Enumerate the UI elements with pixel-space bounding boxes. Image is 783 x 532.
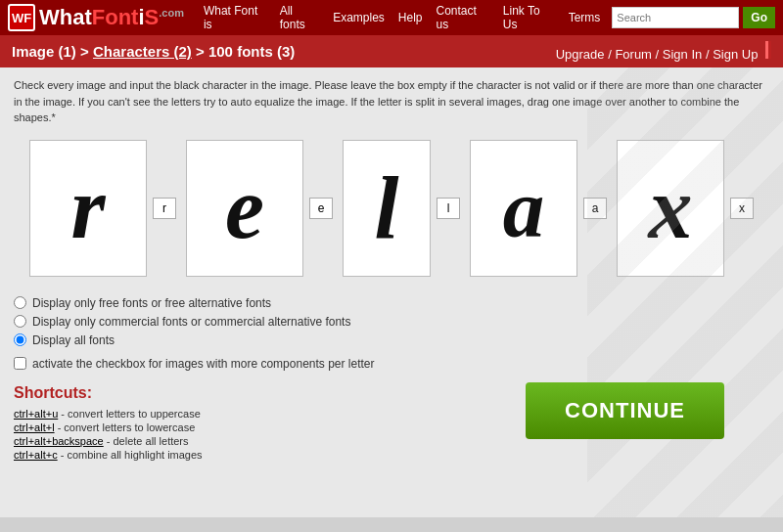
char-card-a: a bbox=[470, 140, 607, 277]
search-area: Go bbox=[612, 7, 775, 28]
radio-all[interactable] bbox=[14, 333, 26, 346]
radio-free[interactable] bbox=[14, 296, 26, 309]
checkbox-label: activate the checkbox for images with mo… bbox=[32, 357, 375, 371]
char-card-r: r bbox=[29, 140, 176, 277]
shortcut-key-uppercase: ctrl+alt+u bbox=[14, 408, 58, 420]
char-image-x: x bbox=[617, 140, 724, 277]
logo-area: WF WhatFontiS.com bbox=[8, 4, 184, 31]
char-card-x: x bbox=[617, 140, 754, 277]
chars-area: r e l a x bbox=[14, 140, 769, 277]
char-card-l: l bbox=[343, 140, 460, 277]
nav-whatfontis[interactable]: What Font is bbox=[204, 4, 266, 31]
char-input-e[interactable] bbox=[309, 198, 333, 219]
continue-button[interactable]: CONTINUE bbox=[526, 382, 724, 439]
forum-link[interactable]: Forum bbox=[615, 47, 652, 62]
go-button[interactable]: Go bbox=[743, 7, 775, 28]
radio-option-commercial[interactable]: Display only commercial fonts or commerc… bbox=[14, 315, 769, 329]
sub-header: Image (1) > Characters (2) > 100 fonts (… bbox=[0, 35, 783, 67]
instructions-text: Check every image and input the black ch… bbox=[14, 77, 769, 126]
main-content: Check every image and input the black ch… bbox=[0, 67, 783, 517]
shortcut-combine: ctrl+alt+c - combine all highlight image… bbox=[14, 449, 769, 461]
components-checkbox[interactable] bbox=[14, 357, 26, 370]
nav-contactus[interactable]: Contact us bbox=[437, 4, 489, 31]
char-image-e: e bbox=[186, 140, 303, 277]
logo-badge: WF bbox=[8, 4, 35, 31]
char-input-x[interactable] bbox=[730, 198, 754, 219]
char-input-l[interactable] bbox=[437, 198, 460, 219]
signin-link[interactable]: Sign In bbox=[663, 47, 702, 62]
char-image-l: l bbox=[343, 140, 431, 277]
options-area: Display only free fonts or free alternat… bbox=[14, 296, 769, 347]
signup-link[interactable]: Sign Up bbox=[713, 47, 758, 62]
radio-commercial[interactable] bbox=[14, 315, 26, 328]
radio-option-free[interactable]: Display only free fonts or free alternat… bbox=[14, 296, 769, 310]
shortcut-key-delete: ctrl+alt+backspace bbox=[14, 435, 104, 447]
main-nav: What Font is All fonts Examples Help Con… bbox=[204, 4, 600, 31]
nav-help[interactable]: Help bbox=[398, 11, 423, 24]
char-input-a[interactable] bbox=[583, 198, 607, 219]
upgrade-link[interactable]: Upgrade bbox=[556, 47, 605, 62]
radio-free-label: Display only free fonts or free alternat… bbox=[32, 296, 271, 310]
nav-allfonts[interactable]: All fonts bbox=[280, 4, 319, 31]
nav-linktous[interactable]: Link To Us bbox=[503, 4, 555, 31]
char-image-a: a bbox=[470, 140, 577, 277]
radio-option-all[interactable]: Display all fonts bbox=[14, 333, 769, 347]
nav-examples[interactable]: Examples bbox=[333, 11, 385, 24]
char-card-e: e bbox=[186, 140, 333, 277]
search-input[interactable] bbox=[612, 7, 739, 28]
radio-commercial-label: Display only commercial fonts or commerc… bbox=[32, 315, 350, 329]
header: WF WhatFontiS.com What Font is All fonts… bbox=[0, 0, 783, 35]
char-input-r[interactable] bbox=[153, 198, 176, 219]
checkbox-area[interactable]: activate the checkbox for images with mo… bbox=[14, 357, 769, 371]
logo-text: WhatFontiS.com bbox=[39, 5, 184, 30]
breadcrumb-characters[interactable]: Characters (2) bbox=[93, 43, 192, 60]
radio-all-label: Display all fonts bbox=[32, 333, 115, 347]
upgrade-links: Upgrade / Forum / Sign In / Sign Up bbox=[556, 41, 771, 62]
nav-terms[interactable]: Terms bbox=[569, 11, 601, 24]
shortcut-key-combine: ctrl+alt+c bbox=[14, 449, 58, 461]
shortcut-key-lowercase: ctrl+alt+l bbox=[14, 421, 55, 433]
breadcrumb: Image (1) > Characters (2) > 100 fonts (… bbox=[12, 43, 295, 60]
char-image-r: r bbox=[29, 140, 147, 277]
